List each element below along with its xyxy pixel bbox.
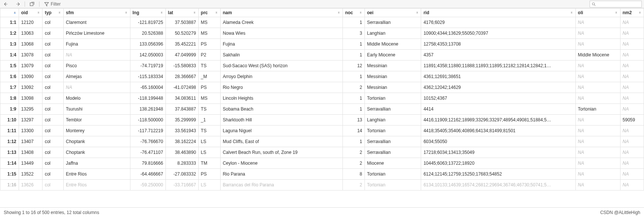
cell-prc: P2 <box>198 50 220 61</box>
cell-rid: 4361;12691;38651 <box>421 71 575 82</box>
cell-noc: 12 <box>342 61 364 71</box>
table-row[interactable]: 1:1213407colChoptank-76.76667038.162224L… <box>0 136 644 147</box>
cell-rid: 6034;55050 <box>421 136 575 147</box>
cell-lat: -33.716667 <box>165 180 198 190</box>
table-row[interactable]: 1:1013297colTemblor-118.50000035.299999_… <box>0 115 644 125</box>
column-header-noc[interactable]: noc▲▼ <box>342 9 364 17</box>
cell-lng: -64.466667 <box>130 169 165 180</box>
credit-text: CSDN @ALittleHigh <box>600 210 640 215</box>
column-header-prc[interactable]: prc▲▼ <box>198 9 220 17</box>
column-header-rid[interactable]: rid▲▼ <box>421 9 575 17</box>
column-header-typ[interactable]: typ▲▼ <box>42 9 64 17</box>
table-row[interactable]: 1:913295colTsurushi138.26194837.843887TS… <box>0 104 644 115</box>
column-header-oei[interactable]: oei▲▼ <box>364 9 421 17</box>
cell-oli: NA <box>575 28 620 39</box>
cell-sfm: Pisco <box>63 61 130 71</box>
cell-oei: Tortonian <box>364 93 421 104</box>
cell-lng: -65.160004 <box>130 82 165 93</box>
cell-lat: -27.083332 <box>165 169 198 180</box>
cell-lat: 37.503887 <box>165 17 198 28</box>
table-row[interactable]: 1:112120colClaremont-121.81972537.503887… <box>0 17 644 28</box>
column-label: oli <box>578 10 583 15</box>
cell-nm2: NA <box>620 17 644 28</box>
column-header-lat[interactable]: lat▲▼ <box>165 9 198 17</box>
popout-button[interactable] <box>28 1 36 7</box>
cell-lat: -15.580833 <box>165 61 198 71</box>
cell-sfm: NA <box>63 82 130 93</box>
cell-typ: col <box>42 61 64 71</box>
cell-typ: col <box>42 17 64 28</box>
cell-nm2: NA <box>620 61 644 71</box>
cell-prc: _M <box>198 71 220 82</box>
column-header-sfm[interactable]: sfm▲▼ <box>63 9 130 17</box>
cell-oei: Langhian <box>364 115 421 125</box>
cell-typ: col <box>42 104 64 115</box>
cell-lng: -115.183334 <box>130 71 165 82</box>
cell-prc: PS <box>198 169 220 180</box>
cell-nm2: NA <box>620 39 644 50</box>
nav-forward-button[interactable] <box>13 1 22 7</box>
cell-nam: Ceylon - Miocene <box>220 158 342 169</box>
cell-nm2: NA <box>620 71 644 82</box>
cell-lng: -74.719719 <box>130 61 165 71</box>
column-header-lng[interactable]: lng▲▼ <box>130 9 165 17</box>
search-input[interactable] <box>597 1 640 7</box>
cell-nam: Rio Negro <box>220 82 342 93</box>
cell-lng: 138.261948 <box>130 104 165 115</box>
table-row[interactable]: 1:1513522colEntre Rios-64.466667-27.0833… <box>0 169 644 180</box>
cell-oid: 13300 <box>19 125 42 136</box>
cell-oli: NA <box>575 17 620 28</box>
cell-oid: 13092 <box>19 82 42 93</box>
table-row[interactable]: 1:1313408colChoptank-76.47110738.463890L… <box>0 147 644 158</box>
cell-oei: Messinian <box>364 82 421 93</box>
cell-oid: 13407 <box>19 136 42 147</box>
table-row[interactable]: 1:513079colPisco-74.719719-15.580833TSSu… <box>0 61 644 71</box>
cell-rid: 4357 <box>421 50 575 61</box>
column-header-nm2[interactable]: nm2▲▼ <box>620 9 644 17</box>
column-header-oli[interactable]: oli▲▼ <box>575 9 620 17</box>
cell-oei: Langhian <box>364 28 421 39</box>
cell-typ: col <box>42 125 64 136</box>
cell-rownum: 1:1 <box>0 17 19 28</box>
cell-rid: 17218;6034;13413;35049 <box>421 147 575 158</box>
cell-oli: NA <box>575 169 620 180</box>
table-row[interactable]: 1:313068colFujina133.05639635.452221PSFu… <box>0 39 644 50</box>
column-header-nam[interactable]: nam▲▼ <box>220 9 342 17</box>
cell-oid: 12120 <box>19 17 42 28</box>
cell-oli: NA <box>575 39 620 50</box>
table-row[interactable]: 1:213063colPińczów Limestone20.52638850.… <box>0 28 644 39</box>
cell-oid: 13090 <box>19 71 42 82</box>
cell-noc: 2 <box>342 158 364 169</box>
table-scroll-area[interactable]: ▲▼oid▲▼typ▲▼sfm▲▼lng▲▼lat▲▼prc▲▼nam▲▼noc… <box>0 8 644 207</box>
column-label: nam <box>223 10 232 15</box>
column-label: prc <box>201 10 208 15</box>
cell-nm2: NA <box>620 125 644 136</box>
table-row[interactable]: 1:1413449colJaffna79.8166668.283333TMCey… <box>0 158 644 169</box>
table-row[interactable]: 1:813098colModelo-118.19944834.083611MSL… <box>0 93 644 104</box>
table-row[interactable]: 1:1613626colEntre Rios-59.250000-33.7166… <box>0 180 644 190</box>
cell-nam: Sharktooth Hill <box>220 115 342 125</box>
search-box[interactable] <box>590 1 642 7</box>
filter-button[interactable]: Filter <box>42 1 62 7</box>
cell-oli: Tortonian <box>575 104 620 115</box>
status-text: Showing 1 to 16 of 500 entries, 12 total… <box>4 210 99 215</box>
cell-typ: col <box>42 39 64 50</box>
table-row[interactable]: 1:713092colNA-65.160004-41.072498PSRio N… <box>0 82 644 93</box>
cell-rownum: 1:3 <box>0 39 19 50</box>
cell-prc: MS <box>198 28 220 39</box>
nav-back-button[interactable] <box>2 1 10 7</box>
cell-rownum: 1:12 <box>0 136 19 147</box>
table-row[interactable]: 1:413078colNA142.05000347.049999P2Sakhal… <box>0 50 644 61</box>
cell-sfm: Claremont <box>63 17 130 28</box>
table-row[interactable]: 1:1113300colMonterey-117.71221933.561943… <box>0 125 644 136</box>
column-header-rownum[interactable]: ▲▼ <box>0 9 19 17</box>
cell-oid: 13626 <box>19 180 42 190</box>
toolbar: Filter <box>0 0 644 8</box>
column-header-oid[interactable]: oid▲▼ <box>19 9 42 17</box>
cell-oid: 13078 <box>19 50 42 61</box>
cell-oei: Miocene <box>364 158 421 169</box>
cell-prc: PS <box>198 39 220 50</box>
cell-oli: NA <box>575 115 620 125</box>
table-row[interactable]: 1:613090colAlmejas-115.18333428.366667_M… <box>0 71 644 82</box>
cell-oli: NA <box>575 71 620 82</box>
